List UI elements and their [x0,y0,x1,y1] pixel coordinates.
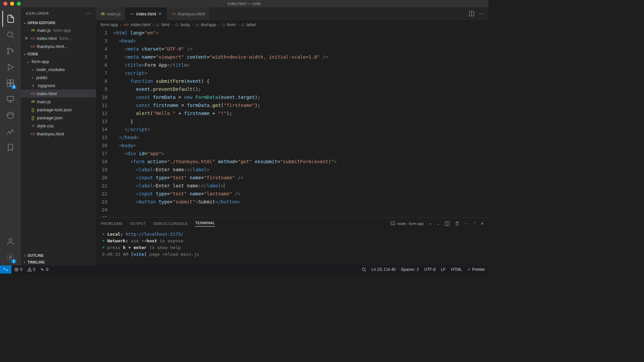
titlebar: index.html — code [0,0,488,7]
tree-item[interactable]: <>index.html [21,89,96,98]
extensions-icon[interactable]: 3 [2,75,18,91]
panel-tab-problems[interactable]: PROBLEMS [101,222,122,226]
symbol-icon: ◇ [196,22,199,27]
tree-item[interactable]: #.hgignore [21,81,96,89]
close-panel-icon[interactable]: ✕ [481,222,484,226]
panel-more-icon[interactable]: ⋯ [465,222,468,226]
terminal-dropdown-icon[interactable]: ⌄ [437,222,440,226]
chevron-right-icon: › [30,67,35,72]
window-maximize-button[interactable] [17,2,21,6]
source-control-icon[interactable] [2,43,18,59]
chevron-down-icon: ⌄ [22,52,27,56]
tree-item[interactable]: {}package.json [21,114,96,122]
edge-icon[interactable] [2,107,18,123]
bookmark-icon[interactable] [2,139,18,156]
file-icon: JS [30,28,36,32]
panel-tab-output[interactable]: OUTPUT [130,222,146,226]
svg-rect-17 [391,222,395,225]
status-encoding[interactable]: UTF-8 [424,267,436,272]
open-editor-item[interactable]: ✕<>index.htmlform... [21,34,96,42]
editor-tab[interactable]: JSmain.js [96,7,125,20]
bottom-panel: PROBLEMS OUTPUT DEBUG CONSOLE TERMINAL n… [96,217,488,265]
sidebar-more-icon[interactable]: ⋯ [86,11,91,16]
editor-tabs: JSmain.js<>index.html✕<>thankyou.html ⋯ [96,7,488,20]
html-file-icon: <> [123,22,128,27]
status-formatter[interactable]: ✓ Prettier [467,267,485,272]
close-tab-icon[interactable]: ✕ [158,11,162,16]
chevron-right-icon: › [22,260,27,264]
file-icon: <> [30,91,36,96]
folder-root[interactable]: ⌄ form-app [21,57,96,65]
svg-point-14 [9,256,12,259]
graph-icon[interactable] [2,123,18,139]
remote-indicator[interactable] [0,265,11,274]
split-terminal-icon[interactable] [444,221,450,226]
status-ports[interactable]: 0 [40,267,48,272]
maximize-panel-icon[interactable]: ⌃ [473,222,476,226]
code-section[interactable]: ⌄ CODE [21,50,96,57]
search-icon[interactable] [2,27,18,43]
tree-item[interactable]: ›node_modules [21,65,96,73]
split-editor-icon[interactable] [469,11,475,17]
kill-terminal-icon[interactable] [454,221,460,226]
chevron-right-icon: › [30,75,35,80]
file-icon: <> [30,36,36,41]
code-content[interactable]: <html lang="en"> <head> <meta charset="U… [113,29,488,217]
file-icon: {} [30,107,36,112]
new-terminal-icon[interactable]: ＋ [428,221,432,226]
svg-rect-5 [7,80,10,83]
account-icon[interactable] [2,233,18,249]
open-editor-item[interactable]: <>thankyou.html... [21,42,96,50]
panel-tab-debug[interactable]: DEBUG CONSOLE [153,222,187,226]
status-zoom[interactable] [362,267,366,272]
file-icon: {} [30,115,36,120]
terminal-process[interactable]: node - form-app [390,221,424,226]
editor-tab[interactable]: <>index.html✕ [125,7,167,20]
status-spaces[interactable]: Spaces: 2 [401,267,419,272]
window-minimize-button[interactable] [10,2,14,6]
file-icon: JS [30,100,36,103]
panel-tab-terminal[interactable]: TERMINAL [195,221,215,227]
line-gutter: 2345678910111213141516171819202122232425 [96,29,113,217]
run-debug-icon[interactable] [2,59,18,75]
svg-point-24 [29,270,30,271]
outline-section[interactable]: › OUTLINE [21,252,96,259]
explorer-icon[interactable] [2,11,18,27]
svg-point-3 [7,52,9,54]
tree-item[interactable]: <>thankyou.html [21,130,96,138]
tree-item[interactable]: ›public [21,73,96,81]
window-close-button[interactable] [3,2,7,6]
chevron-down-icon: ⌄ [22,20,27,25]
editor-tab[interactable]: <>thankyou.html [167,7,210,20]
terminal-output[interactable]: ➜ Local: http://localhost:5173/ ➜ Networ… [96,230,488,265]
settings-badge: 1 [11,259,16,263]
remote-explorer-icon[interactable] [2,91,18,107]
tree-item[interactable]: #style.css [21,122,96,130]
timeline-section[interactable]: › TIMELINE [21,259,96,265]
status-bar: 0 0 0 Ln 23, Col 40 Spaces: 2 UTF-8 LF H… [0,265,488,274]
svg-point-26 [362,268,365,270]
sidebar: EXPLORER ⋯ ⌄ OPEN EDITORS JSmain.jsform-… [21,7,96,265]
status-errors[interactable]: 0 [14,267,22,272]
tree-item[interactable]: {}package-lock.json [21,106,96,114]
settings-gear-icon[interactable]: 1 [2,249,18,265]
file-icon: <> [30,44,36,49]
status-eol[interactable]: LF [441,267,446,272]
file-icon: <> [172,12,176,16]
tree-item[interactable]: JSmain.js [21,98,96,106]
file-icon: JS [101,12,105,16]
close-icon[interactable]: ✕ [23,36,29,41]
chevron-right-icon: › [22,253,27,257]
open-editors-section[interactable]: ⌄ OPEN EDITORS [21,19,96,26]
breadcrumbs[interactable]: form-app› <>index.html› ◇html› ◇body› ◇d… [96,20,488,29]
code-editor[interactable]: 2345678910111213141516171819202122232425… [96,29,488,217]
svg-point-2 [7,48,9,50]
status-cursor[interactable]: Ln 23, Col 40 [372,267,395,272]
more-actions-icon[interactable]: ⋯ [479,11,484,16]
status-language[interactable]: HTML [451,267,462,272]
svg-line-1 [12,36,13,38]
svg-point-13 [9,238,12,241]
open-editor-item[interactable]: JSmain.jsform-app [21,26,96,34]
svg-rect-9 [7,96,14,101]
status-warnings[interactable]: 0 [27,267,36,272]
